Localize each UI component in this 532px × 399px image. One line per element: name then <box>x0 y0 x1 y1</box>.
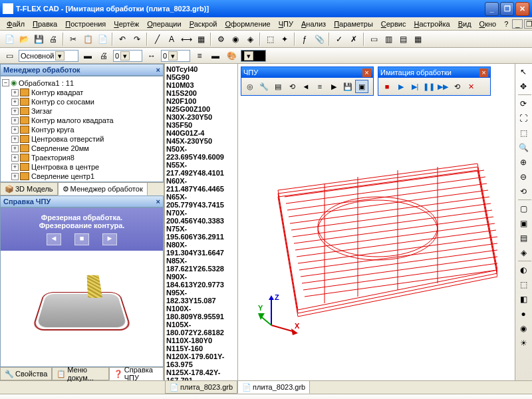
aux-icon[interactable]: ✦ <box>278 33 291 46</box>
help-home-button[interactable]: ■ <box>74 233 89 245</box>
sheet-icon[interactable]: ▤ <box>271 80 285 93</box>
list-icon[interactable]: ≡ <box>313 80 327 93</box>
tree-item[interactable]: +Сверление центр1 <box>2 172 162 181</box>
menu-format[interactable]: Оформление <box>221 19 274 29</box>
close-icon[interactable]: × <box>362 68 371 77</box>
view1-icon[interactable]: ▭ <box>367 33 380 46</box>
cnc-toolbar[interactable]: ЧПУ× ◎ 🔧 ▤ ⟲ ◄ ≡ ▶ 💾 ▣ <box>241 66 374 96</box>
stop-icon[interactable]: ■ <box>380 80 394 93</box>
sim-icon[interactable]: ▶ <box>327 80 340 93</box>
nc-line[interactable]: N10M03 <box>166 81 236 89</box>
maximize-button[interactable]: ❐ <box>500 2 514 16</box>
light-icon[interactable]: ☀ <box>517 336 530 350</box>
refresh-icon[interactable]: ⟳ <box>517 97 530 110</box>
coord2-input[interactable]: 0 ▾ <box>161 50 190 62</box>
print-icon[interactable]: 🖨 <box>47 33 60 46</box>
expand-icon[interactable]: + <box>11 126 19 134</box>
rotate-icon[interactable]: ⟲ <box>517 185 530 198</box>
doc-restore-button[interactable]: ❐ <box>524 19 532 29</box>
paste-icon[interactable]: 📄 <box>96 33 109 46</box>
nc-line[interactable]: N125X-178.42Y-167.791 <box>166 368 236 380</box>
nc-line[interactable]: N70X-200.456Y40.3383 <box>166 209 236 225</box>
color-icon[interactable]: ▬ <box>81 49 94 63</box>
nc-line[interactable]: N120X-179.601Y-163.975 <box>166 352 236 368</box>
doc-minimize-button[interactable]: _ <box>512 19 523 29</box>
hidden-icon[interactable]: ◧ <box>517 293 530 306</box>
help-prev-button[interactable]: ◄ <box>47 233 61 245</box>
nc-line[interactable]: N105X-180.072Y2.68182 <box>166 321 236 336</box>
pan-icon[interactable]: ✥ <box>517 80 530 93</box>
nc-line[interactable]: N55X-217.492Y48.4101 <box>166 161 236 177</box>
menu-build[interactable]: Построения <box>61 19 110 29</box>
close-button[interactable]: ✕ <box>515 2 529 16</box>
doc-tab-2[interactable]: 📄плита_8023.grb <box>237 381 310 394</box>
nc-line[interactable]: N115Y-160 <box>166 344 236 352</box>
view-top-icon[interactable]: ▢ <box>517 202 530 215</box>
abort-icon[interactable]: ✕ <box>464 80 477 93</box>
sb-icon[interactable]: ▢ <box>3 396 16 400</box>
expand-icon[interactable]: + <box>11 117 19 124</box>
nc-line[interactable]: N75X-195.606Y36.2911 <box>166 225 236 241</box>
tree-item[interactable]: +Зигзаг <box>2 106 162 116</box>
tool2-icon[interactable]: ◉ <box>229 33 242 46</box>
expand-icon[interactable]: + <box>11 173 19 180</box>
menu-cnc[interactable]: ЧПУ <box>275 19 297 29</box>
back-icon[interactable]: ◄ <box>299 80 313 93</box>
fit-icon[interactable]: ⛶ <box>517 112 530 125</box>
undo-icon[interactable]: ↶ <box>116 33 129 46</box>
tree-item[interactable]: +Контур квадрат <box>2 88 162 97</box>
ops-tree[interactable]: − ◉ Обработка1 : 11 +Контур квадрат+Конт… <box>0 76 164 182</box>
sb-icon[interactable]: ▣ <box>32 396 45 400</box>
menu-params[interactable]: Параметры <box>330 19 377 29</box>
print2-icon[interactable]: 🖨 <box>97 49 110 63</box>
expand-icon[interactable]: + <box>11 98 19 106</box>
panel-close-icon[interactable]: × <box>156 66 160 74</box>
open-icon[interactable]: 📂 <box>17 33 31 46</box>
text-icon[interactable]: A <box>165 33 178 46</box>
sb-icon[interactable]: ◈ <box>501 396 515 400</box>
nc-code-list[interactable]: N0Tcyl40N5G90N10M03N15S200N20F100N25G00Z… <box>165 64 237 380</box>
panel-close-icon[interactable]: × <box>156 198 160 205</box>
tree-item[interactable]: +Сверление 20мм <box>2 144 162 153</box>
play-icon[interactable]: ▶ <box>394 80 408 93</box>
path-icon[interactable]: ◎ <box>243 80 257 93</box>
menu-window[interactable]: Окно <box>475 19 501 29</box>
menu-analysis[interactable]: Анализ <box>297 19 330 29</box>
tree-root[interactable]: − ◉ Обработка1 : 11 <box>2 78 162 88</box>
nc-line[interactable]: N80X-191.304Y31.6647 <box>166 241 236 257</box>
view-side-icon[interactable]: ▤ <box>517 231 530 245</box>
chevron-down-icon[interactable]: ▾ <box>244 51 253 61</box>
hatch-icon[interactable]: ▦ <box>194 33 207 46</box>
tree-item[interactable]: +Контур со скосами <box>2 97 162 106</box>
nc-line[interactable]: N5G90 <box>166 73 236 81</box>
zoom-out-icon[interactable]: ⊖ <box>517 170 530 184</box>
layer-icon[interactable]: ▭ <box>3 49 16 63</box>
speed-icon[interactable]: ⟲ <box>285 80 299 93</box>
view3-icon[interactable]: ▤ <box>396 33 410 46</box>
menu-view[interactable]: Вид <box>454 19 475 29</box>
tab-3dmodel[interactable]: 📦3D Модель <box>0 183 58 196</box>
zoom-win-icon[interactable]: 🔍 <box>517 141 530 154</box>
tool3-icon[interactable]: ◈ <box>243 33 257 46</box>
nc-line[interactable]: N15S200 <box>166 89 236 97</box>
tree-item[interactable]: +Контур круга <box>2 125 162 134</box>
line-icon[interactable]: ╱ <box>150 33 164 46</box>
help-next-button[interactable]: ► <box>102 233 117 245</box>
spinner-icon[interactable]: ▾ <box>168 51 178 61</box>
spinner-icon[interactable]: ▾ <box>120 51 130 61</box>
wire-icon[interactable]: ⬚ <box>517 278 530 291</box>
fwd-icon[interactable]: ▶▶ <box>436 80 450 93</box>
collapse-icon[interactable]: − <box>2 79 9 86</box>
menu-file[interactable]: Файл <box>3 19 29 29</box>
expand-icon[interactable]: + <box>11 108 19 115</box>
material-icon[interactable]: ◉ <box>517 322 530 335</box>
nc-line[interactable]: N50X-223.695Y49.6009 <box>166 145 236 161</box>
menu-drawing[interactable]: Чертёж <box>110 19 143 29</box>
sim-toolbar[interactable]: Имитация обработки× ■ ▶ ▶| ❚❚ ▶▶ ⟲ ✕ <box>378 66 491 96</box>
color-combo[interactable]: ▾ <box>241 50 266 62</box>
redo-icon[interactable]: ↷ <box>130 33 144 46</box>
nc-line[interactable]: N45X-230Y50 <box>166 137 236 145</box>
view-iso-icon[interactable]: ◈ <box>517 246 530 259</box>
nc-line[interactable]: N0Tcyl40 <box>166 65 236 73</box>
nc-line[interactable]: N25G00Z100 <box>166 105 236 113</box>
